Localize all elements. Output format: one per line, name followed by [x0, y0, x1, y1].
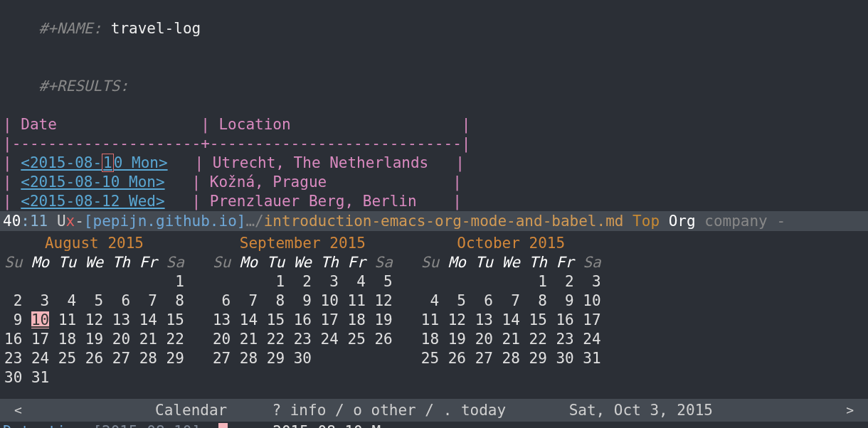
column-number: :11 [21, 213, 48, 230]
minibuffer-cursor [218, 423, 228, 428]
calendar-week[interactable]: 11 12 13 14 15 16 17 [421, 311, 601, 330]
buffer-filename: introduction-emacs-org-mode-and-babel.md [264, 213, 624, 230]
calendar-next-button[interactable]: > [846, 399, 854, 422]
calendar-week[interactable]: 23 24 25 26 27 28 29 [4, 349, 184, 368]
calendar-week[interactable]: 1 2 3 [421, 272, 601, 291]
calendar-week[interactable]: 18 19 20 21 22 23 24 [421, 330, 601, 349]
org-buffer[interactable]: #+NAME: travel-log #+RESULTS: | Date | L… [0, 0, 868, 211]
modified-icon: x [66, 213, 75, 230]
table-row[interactable]: | <2015-08-10 Mon> | Utrecht, The Nether… [3, 154, 865, 173]
calendar-mode-text: Calendar ? info / o other / . today Sat,… [155, 399, 713, 422]
calendar-week[interactable]: 6 7 8 9 10 11 12 [213, 291, 393, 311]
minibuffer-default: [2015-08-10] [92, 423, 201, 428]
org-name-value: travel-log [102, 20, 201, 37]
org-results-keyword: #+RESULTS: [39, 77, 129, 95]
buffer-position: Top [623, 213, 668, 230]
calendar-week[interactable]: 25 26 27 28 29 30 31 [421, 349, 601, 368]
calendar-week[interactable] [421, 368, 601, 387]
day-of-week-header: Su Mo Tu We Th Fr Sa [421, 253, 601, 272]
month-title: October 2015 [421, 234, 601, 253]
minibuffer-prompt: Date+time [3, 423, 92, 428]
calendar-week[interactable]: 30 31 [4, 368, 184, 387]
calendar-window[interactable]: August 2015 Su Mo Tu We Th Fr Sa 1 2 3 4… [0, 231, 868, 387]
day-of-week-header: Su Mo Tu We Th Fr Sa [4, 253, 184, 272]
calendar-mode-line: < Calendar ? info / o other / . today Sa… [0, 399, 868, 422]
calendar-week[interactable]: 2 3 4 5 6 7 8 [4, 291, 184, 311]
minibuffer[interactable]: Date+time [2015-08-10]: => <2015-08-10 M… [0, 422, 868, 428]
calendar-week[interactable]: 27 28 29 30 [213, 349, 393, 368]
calendar-week[interactable]: 1 [4, 272, 184, 291]
table-row[interactable]: | <2015-08-10 Mon> | Kožná, Prague | [3, 173, 865, 192]
calendar-week[interactable]: 16 17 18 19 20 21 22 [4, 330, 184, 349]
vc-branch: [pepijn.github.io] [84, 213, 246, 230]
org-timestamp: <2015-08-10 Mon> [21, 154, 167, 172]
minor-modes: company - [704, 213, 785, 230]
line-number: 40 [3, 213, 21, 230]
minibuffer-result: <2015-08-10 Mon> [264, 423, 408, 428]
calendar-month-august: August 2015 Su Mo Tu We Th Fr Sa 1 2 3 4… [4, 234, 184, 387]
calendar-week[interactable]: 20 21 22 23 24 25 26 [213, 330, 393, 349]
calendar-selected-day: 10 [31, 311, 49, 328]
month-title: September 2015 [213, 234, 393, 253]
day-of-week-header: Su Mo Tu We Th Fr Sa [213, 253, 393, 272]
mode-line: 40:11 Ux-[pepijn.github.io]…/introductio… [0, 211, 868, 231]
org-timestamp: <2015-08-12 Wed> [21, 193, 164, 210]
org-name-keyword: #+NAME: [39, 20, 102, 37]
calendar-week[interactable]: 1 2 3 4 5 [213, 272, 393, 291]
calendar-week[interactable]: 4 5 6 7 8 9 10 [421, 291, 601, 311]
point-cursor: 1 [102, 154, 114, 172]
month-title: August 2015 [4, 234, 184, 253]
table-header-row: | Date | Location | [3, 115, 865, 134]
calendar-week[interactable] [213, 368, 393, 387]
calendar-week[interactable]: 13 14 15 16 17 18 19 [213, 311, 393, 330]
calendar-week[interactable]: 9 10 11 12 13 14 15 [4, 311, 184, 330]
major-mode: Org [669, 213, 705, 230]
calendar-prev-button[interactable]: < [14, 399, 22, 422]
table-separator: |---------------------+-----------------… [3, 134, 865, 154]
calendar-month-october: October 2015 Su Mo Tu We Th Fr Sa 1 2 3 … [421, 234, 601, 387]
table-row[interactable]: | <2015-08-12 Wed> | Prenzlauer Berg, Be… [3, 192, 865, 211]
calendar-month-september: September 2015 Su Mo Tu We Th Fr Sa 1 2 … [213, 234, 393, 387]
org-timestamp: <2015-08-10 Mon> [21, 173, 164, 191]
